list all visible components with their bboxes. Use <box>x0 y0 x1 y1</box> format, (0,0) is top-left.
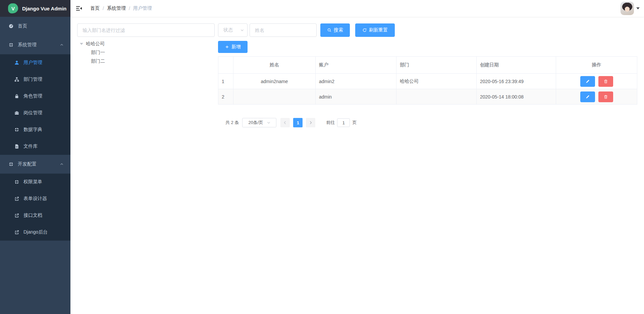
table-header-row: 姓名 账户 部门 创建日期 操作 <box>218 57 637 74</box>
external-link-icon <box>14 213 19 218</box>
document-icon <box>14 144 19 149</box>
sidebar-collapse-button[interactable] <box>70 0 87 17</box>
breadcrumb-current: 用户管理 <box>133 5 152 11</box>
tree-node-child[interactable]: 部门二 <box>77 57 215 66</box>
dashboard-icon <box>8 23 14 29</box>
edit-button[interactable] <box>580 76 595 87</box>
table-row: 1 admin2name admin2 哈哈公司 2020-05-16 23:3… <box>218 74 637 89</box>
sidebar-item-django-admin[interactable]: Django后台 <box>0 224 70 241</box>
user-menu[interactable] <box>621 2 640 15</box>
external-link-icon <box>14 196 19 201</box>
sidebar-item-home[interactable]: 首页 <box>0 17 70 36</box>
breadcrumb: 首页 / 系统管理 / 用户管理 <box>90 5 152 11</box>
cell-created-date: 2020-05-14 18:00:08 <box>477 89 556 105</box>
cell-index: 2 <box>218 89 233 105</box>
search-button[interactable]: 搜索 <box>320 23 350 37</box>
add-user-button[interactable]: 新增 <box>218 41 248 53</box>
lock-icon <box>14 93 19 99</box>
sidebar-item-label: 岗位管理 <box>23 110 42 116</box>
cell-account: admin <box>316 89 396 105</box>
cell-name <box>233 89 316 105</box>
sidebar-item-form-designer[interactable]: 表单设计器 <box>0 190 70 207</box>
table-row: 2 admin 2020-05-14 18:00:08 <box>218 89 637 105</box>
sidebar-group-label: 开发配置 <box>18 161 37 167</box>
aim-icon <box>14 127 19 132</box>
goto-label: 前往 <box>326 120 335 126</box>
sidebar-item-api-docs[interactable]: 接口文档 <box>0 207 70 224</box>
chevron-up-icon <box>60 43 64 47</box>
edit-button[interactable] <box>580 91 595 102</box>
sidebar-item-label: 接口文档 <box>23 212 42 218</box>
page-content: 哈哈公司 部门一 部门二 状态 <box>70 17 644 314</box>
cell-account: admin2 <box>316 74 396 89</box>
next-page-button[interactable] <box>306 118 315 127</box>
cell-actions <box>556 74 637 89</box>
tree-node-child[interactable]: 部门一 <box>77 48 215 57</box>
sidebar-item-post-management[interactable]: 岗位管理 <box>0 105 70 121</box>
cell-created-date: 2020-05-16 23:39:49 <box>477 74 556 89</box>
sidebar-item-user-management[interactable]: 用户管理 <box>0 54 70 71</box>
sidebar-item-label: 表单设计器 <box>23 196 47 202</box>
sidebar-item-label: 文件库 <box>23 143 38 149</box>
breadcrumb-home[interactable]: 首页 <box>90 5 100 11</box>
breadcrumb-separator: / <box>103 6 104 11</box>
tree-node-label: 部门二 <box>91 58 105 64</box>
trash-icon <box>603 95 608 99</box>
chevron-up-icon <box>60 162 64 166</box>
breadcrumb-separator: / <box>129 6 130 11</box>
caret-down-icon <box>636 7 640 9</box>
col-header-name: 姓名 <box>233 57 316 74</box>
delete-button[interactable] <box>598 91 613 102</box>
sidebar-item-role-management[interactable]: 角色管理 <box>0 88 70 105</box>
sidebar-item-label: 数据字典 <box>23 127 42 133</box>
sidebar-group-dev-config[interactable]: 开发配置 <box>0 155 70 174</box>
tree-node-root[interactable]: 哈哈公司 <box>77 40 215 48</box>
sidebar-item-label: 权限菜单 <box>23 179 42 185</box>
goto-page-input[interactable] <box>337 118 350 127</box>
col-header-account: 账户 <box>316 57 396 74</box>
search-toolbar: 状态 搜索 刷新重置 <box>218 23 637 37</box>
refresh-reset-button[interactable]: 刷新重置 <box>355 23 395 37</box>
sidebar-item-permission-menu[interactable]: 权限菜单 <box>0 174 70 190</box>
aim-icon <box>8 162 14 167</box>
sidebar-item-label: 部门管理 <box>23 76 42 82</box>
briefcase-icon <box>14 110 19 116</box>
department-tree: 哈哈公司 部门一 部门二 <box>77 40 215 66</box>
page-unit-label: 页 <box>352 120 357 126</box>
sidebar-item-label: 首页 <box>18 23 27 29</box>
department-tree-panel: 哈哈公司 部门一 部门二 <box>77 23 215 307</box>
status-select-placeholder: 状态 <box>223 27 233 33</box>
plus-icon <box>225 45 229 49</box>
search-icon <box>327 28 332 33</box>
prev-page-button[interactable] <box>280 118 290 127</box>
external-link-icon <box>14 230 19 235</box>
cell-name: admin2name <box>233 74 316 89</box>
pagination: 共 2 条 20条/页 1 前往 页 <box>218 118 637 127</box>
user-table-panel: 状态 搜索 刷新重置 新增 <box>218 23 637 307</box>
tree-expand-caret-icon[interactable] <box>80 43 83 45</box>
department-filter-input[interactable] <box>77 23 215 37</box>
refresh-icon <box>362 28 367 33</box>
cell-index: 1 <box>218 74 233 89</box>
delete-button[interactable] <box>598 76 613 87</box>
vue-logo-icon: V <box>8 3 18 13</box>
sidebar-group-system[interactable]: 系统管理 <box>0 36 70 54</box>
sidebar-item-department-management[interactable]: 部门管理 <box>0 71 70 88</box>
app-title: Django Vue Admin <box>22 6 66 11</box>
name-search-input[interactable] <box>250 23 317 37</box>
sidebar: V Django Vue Admin 首页 系统管理 <box>0 0 70 314</box>
tree-node-label: 部门一 <box>91 50 105 56</box>
sidebar-item-file-library[interactable]: 文件库 <box>0 138 70 155</box>
sidebar-item-data-dictionary[interactable]: 数据字典 <box>0 121 70 138</box>
page-number-active[interactable]: 1 <box>293 118 303 127</box>
user-icon <box>14 60 19 65</box>
cell-actions <box>556 89 637 105</box>
col-header-created-date: 创建日期 <box>477 57 556 74</box>
user-avatar <box>621 2 634 15</box>
org-tree-icon <box>14 77 19 82</box>
pagination-total: 共 2 条 <box>225 120 239 126</box>
app-logo-link[interactable]: V Django Vue Admin <box>0 0 70 17</box>
page-size-select[interactable]: 20条/页 <box>242 118 276 127</box>
status-select[interactable]: 状态 <box>218 23 248 37</box>
edit-pen-icon <box>585 79 590 84</box>
